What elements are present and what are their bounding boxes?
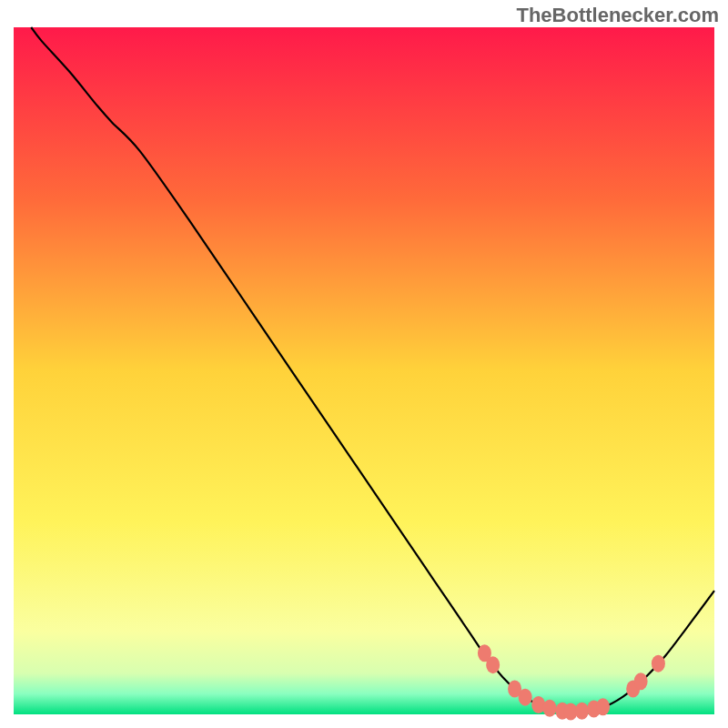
data-marker bbox=[634, 672, 648, 690]
data-marker bbox=[575, 703, 589, 720]
data-marker bbox=[652, 655, 665, 672]
gradient-background bbox=[14, 27, 714, 714]
data-marker bbox=[486, 656, 500, 673]
chart-container: TheBottlenecker.com bbox=[0, 0, 728, 728]
watermark-text: TheBottlenecker.com bbox=[516, 4, 719, 27]
data-marker bbox=[596, 698, 610, 715]
data-marker bbox=[519, 689, 532, 706]
data-marker bbox=[543, 700, 557, 717]
chart-svg bbox=[0, 0, 728, 728]
